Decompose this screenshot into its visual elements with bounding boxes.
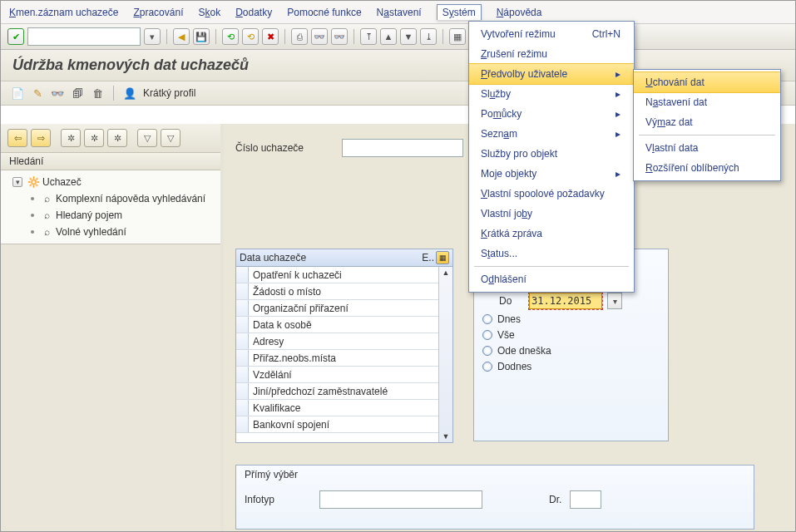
infotype-label: Infotyp	[245, 494, 311, 505]
tree-label: Komplexní nápověda vyhledávání	[56, 190, 205, 207]
new-icon[interactable]: 📄	[11, 86, 24, 100]
list-item[interactable]: Přiřaz.neobs.místa	[236, 350, 438, 367]
nav-back-icon[interactable]: ⇦	[7, 129, 27, 147]
date-to-input[interactable]: 31.12.2015	[529, 293, 602, 309]
grid-config-icon[interactable]: ▦	[436, 251, 449, 264]
nav-forward-icon[interactable]: ⇨	[31, 129, 51, 147]
short-profile-link[interactable]: Krátký profil	[143, 87, 195, 99]
menu-user-prefs[interactable]: Předvolby uživatele▸	[469, 63, 634, 85]
back-green-icon[interactable]: ⟲	[222, 28, 239, 45]
menu-status[interactable]: Status...	[469, 244, 634, 264]
direct-select-title: Přímý výběr	[245, 469, 298, 480]
radio-from-today[interactable]: Ode dneška	[482, 345, 660, 357]
infotype-input[interactable]	[319, 490, 482, 509]
menu-aids[interactable]: Pomůcky▸	[469, 104, 634, 124]
left-empty-area	[1, 244, 220, 531]
submenu-set-data[interactable]: Nastavení dat	[634, 92, 780, 112]
print-icon[interactable]: ⎙	[291, 28, 308, 45]
edit-icon[interactable]: ✎	[31, 86, 44, 100]
last-page-icon[interactable]: ⤓	[420, 28, 437, 45]
date-picker-icon[interactable]: ▾	[607, 293, 622, 309]
nav-tool-icon[interactable]: ▽	[137, 129, 157, 147]
submenu-delete-data[interactable]: Výmaz dat	[634, 112, 780, 132]
next-page-icon[interactable]: ▼	[400, 28, 417, 45]
list-item[interactable]: Vzdělání	[236, 367, 438, 383]
nav-tool-icon[interactable]: ✲	[61, 129, 81, 147]
menu-logoff[interactable]: Odhlášení	[469, 269, 634, 289]
submenu-own-data[interactable]: Vlastní data	[634, 138, 780, 158]
menu-item[interactable]: Skok	[198, 7, 220, 18]
menu-item[interactable]: Kmen.záznam uchazeče	[9, 7, 118, 18]
menu-object-services[interactable]: Služby pro objekt	[469, 144, 634, 164]
menu-cancel-session[interactable]: Zrušení režimu	[469, 44, 634, 64]
glasses-icon[interactable]: 👓	[51, 86, 64, 100]
list-scrollbar[interactable]: ▲ ▼	[438, 267, 452, 442]
list-header-label: Data uchazeče	[240, 252, 306, 264]
menu-create-session[interactable]: Vytvoření režimuCtrl+N	[469, 24, 634, 44]
list-item[interactable]: Adresy	[236, 333, 438, 350]
list-item[interactable]: Data k osobě	[236, 317, 438, 333]
tree-bullet-icon	[31, 230, 34, 234]
tree-node-root[interactable]: ▾ 🔆 Uchazeč	[6, 174, 215, 190]
nav-tool-icon[interactable]: ▽	[161, 129, 180, 147]
list-body: Opatření k uchazeči Žádosti o místo Orga…	[236, 267, 438, 442]
tree-expand-icon[interactable]: ▾	[12, 177, 22, 187]
back-icon[interactable]: ◀	[173, 28, 190, 45]
list-item[interactable]: Organizační přiřazení	[236, 300, 438, 317]
list-item[interactable]: Opatření k uchazeči	[236, 267, 438, 283]
applicant-number-input[interactable]	[342, 139, 463, 157]
menu-short-msg[interactable]: Krátká zpráva	[469, 224, 634, 244]
delete-icon[interactable]: 🗑	[91, 86, 104, 100]
menu-item-system[interactable]: Systém	[437, 4, 482, 20]
dr-label: Dr.	[549, 494, 561, 505]
submenu-expand-fav[interactable]: Rozšíření oblíbených	[634, 158, 780, 178]
list-item[interactable]: Žádosti o místo	[236, 283, 438, 300]
save-icon[interactable]: 💾	[193, 28, 210, 45]
submenu-keep-data[interactable]: Uchování dat	[634, 71, 780, 93]
list-header-badge: E..	[422, 252, 434, 264]
find-icon[interactable]: 👓	[311, 28, 328, 45]
dropdown-icon[interactable]: ▾	[144, 28, 161, 45]
dr-input[interactable]	[570, 490, 601, 509]
find-next-icon[interactable]: 👓	[331, 28, 348, 45]
menu-services[interactable]: Služby▸	[469, 84, 634, 104]
nav-tool-icon[interactable]: ✲	[84, 129, 104, 147]
menu-own-spool[interactable]: Vlastní spoolové požadavky	[469, 184, 634, 204]
scroll-up-icon[interactable]: ▲	[441, 267, 452, 278]
scroll-down-icon[interactable]: ▼	[441, 431, 452, 442]
menu-list[interactable]: Seznam▸	[469, 124, 634, 144]
tree-header: Hledání	[1, 153, 220, 170]
menubar: Kmen.záznam uchazeče Zpracování Skok Dod…	[1, 1, 795, 24]
tree-node-child[interactable]: ⌕ Hledaný pojem	[6, 207, 215, 224]
tree-node-child[interactable]: ⌕ Volné vyhledání	[6, 224, 215, 240]
tool-icon[interactable]: ▦	[449, 28, 466, 45]
menu-item[interactable]: Nastavení	[377, 7, 422, 18]
radio-today[interactable]: Dnes	[482, 313, 660, 325]
menu-item[interactable]: Zpracování	[133, 7, 183, 18]
binoculars-icon: ⌕	[41, 209, 52, 221]
menu-item[interactable]: Dodatky	[235, 7, 272, 18]
accept-icon[interactable]: ✔	[7, 28, 24, 45]
cancel-icon[interactable]: ✖	[262, 28, 279, 45]
list-item[interactable]: Jiní/předchozí zaměstnavatelé	[236, 383, 438, 400]
tree-node-child[interactable]: ⌕ Komplexní nápověda vyhledávání	[6, 190, 215, 207]
menu-item[interactable]: Nápověda	[497, 7, 542, 18]
person-icon: 👤	[123, 86, 136, 100]
exit-icon[interactable]: ⟲	[242, 28, 259, 45]
do-label: Do	[499, 295, 524, 307]
applicant-number-label: Číslo uchazeče	[235, 142, 335, 154]
command-field[interactable]	[27, 27, 141, 46]
nav-tool-icon[interactable]: ✲	[107, 129, 127, 147]
menu-own-jobs[interactable]: Vlastní joby	[469, 204, 634, 224]
menu-item[interactable]: Pomocné funkce	[287, 7, 361, 18]
list-item[interactable]: Kvalifikace	[236, 400, 438, 416]
menu-my-objects[interactable]: Moje objekty▸	[469, 164, 634, 184]
copy-icon[interactable]: 🗐	[71, 86, 84, 100]
left-pane: ⇦ ⇨ ✲ ✲ ✲ ▽ ▽ Hledání ▾ 🔆 Uchazeč ⌕	[1, 124, 224, 531]
radio-until-today[interactable]: Dodnes	[482, 361, 660, 372]
first-page-icon[interactable]: ⤒	[360, 28, 377, 45]
prev-page-icon[interactable]: ▲	[380, 28, 397, 45]
list-item[interactable]: Bankovní spojení	[236, 416, 438, 433]
radio-all[interactable]: Vše	[482, 329, 660, 341]
tree-bullet-icon	[31, 214, 34, 217]
